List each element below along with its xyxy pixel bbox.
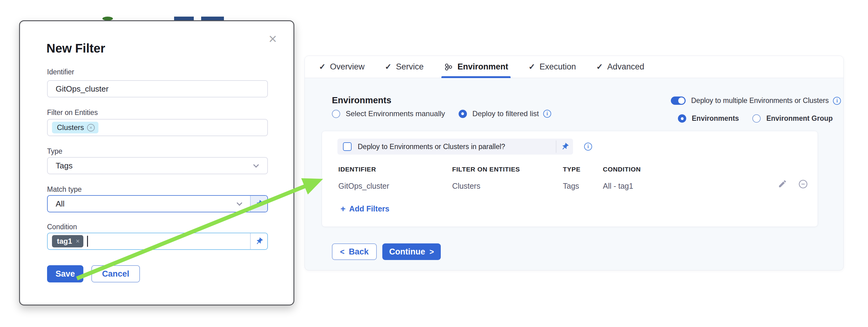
tab-execution[interactable]: ✓ Execution (528, 56, 576, 78)
radio-label-filtered[interactable]: Deploy to filtered list (472, 109, 539, 118)
filters-card: Deploy to Environments or Clusters in pa… (322, 131, 818, 227)
condition-chip: tag1 × (52, 235, 83, 248)
identifier-input[interactable]: GitOps_cluster (47, 80, 268, 97)
pin-icon (255, 200, 263, 208)
row-identifier: GitOps_cluster (338, 182, 389, 191)
continue-label: Continue (389, 247, 425, 257)
chevron-down-icon (237, 200, 242, 206)
col-type: TYPE (563, 166, 581, 173)
entities-chip-label: Clusters (57, 123, 84, 132)
chip-remove-icon[interactable]: × (87, 124, 95, 132)
back-label: Back (349, 247, 369, 257)
col-condition: CONDITION (603, 166, 641, 173)
text-cursor (87, 236, 88, 247)
tab-label: Environment (457, 62, 508, 72)
match-type-select[interactable]: All (47, 195, 268, 212)
match-type-value: All (56, 199, 65, 209)
col-filter-on-entities: FILTER ON ENTITIES (452, 166, 520, 173)
info-icon[interactable]: i (833, 97, 841, 105)
entities-input[interactable]: Clusters × (47, 119, 268, 136)
type-value: Tags (56, 161, 72, 170)
condition-chip-label: tag1 (57, 237, 72, 246)
info-icon[interactable]: i (543, 110, 551, 118)
match-type-pin-button[interactable] (250, 196, 267, 212)
check-icon: ✓ (319, 62, 326, 72)
chevron-left-icon: < (340, 248, 344, 256)
radio-deploy-filtered[interactable] (459, 110, 467, 118)
screenshot-stage: × New Filter Identifier GitOps_cluster F… (0, 0, 868, 327)
row-condition: All - tag1 (603, 182, 633, 191)
parallel-checkbox[interactable] (343, 142, 351, 151)
type-select[interactable]: Tags (47, 157, 268, 174)
col-identifier: IDENTIFIER (338, 166, 376, 173)
condition-input[interactable]: tag1 × (47, 233, 268, 250)
multi-deploy-toggle-label[interactable]: Deploy to multiple Environments or Clust… (691, 97, 829, 105)
save-button[interactable]: Save (47, 265, 83, 283)
continue-button[interactable]: Continue > (382, 243, 441, 260)
pin-icon (255, 237, 263, 246)
target-radio-group: Environments Environment Group (678, 114, 833, 123)
condition-label: Condition (47, 223, 77, 231)
add-filters-button[interactable]: + Add Filters (341, 204, 390, 213)
deploy-mode-radio-group: Select Environments manually Deploy to f… (332, 109, 551, 118)
tab-label: Advanced (607, 62, 644, 72)
check-icon: ✓ (385, 62, 392, 72)
tab-service[interactable]: ✓ Service (385, 56, 424, 78)
tab-overview[interactable]: ✓ Overview (319, 56, 365, 78)
type-label: Type (47, 147, 62, 156)
tab-environment[interactable]: Environment (444, 56, 508, 78)
tab-label: Service (396, 62, 424, 72)
radio-environments[interactable] (678, 114, 686, 123)
pin-icon (561, 142, 569, 151)
multi-deploy-toggle[interactable] (671, 97, 686, 105)
tab-label: Overview (330, 62, 365, 72)
plus-icon: + (341, 205, 345, 213)
chevron-down-icon (253, 162, 259, 167)
back-button[interactable]: < Back (332, 243, 377, 260)
remove-minus-icon[interactable] (798, 179, 808, 190)
radio-label-environments[interactable]: Environments (692, 114, 739, 123)
stage-tabbar: ✓ Overview ✓ Service Environment (305, 56, 843, 78)
parallel-checkbox-label[interactable]: Deploy to Environments or Clusters in pa… (358, 142, 556, 151)
tab-label: Execution (539, 62, 576, 72)
radio-label-manual[interactable]: Select Environments manually (346, 109, 445, 118)
check-icon: ✓ (596, 62, 603, 72)
multi-deploy-toggle-row: Deploy to multiple Environments or Clust… (671, 97, 841, 105)
chevron-right-icon: > (429, 248, 434, 256)
tab-advanced[interactable]: ✓ Advanced (596, 56, 644, 78)
entities-label: Filter on Entities (47, 108, 98, 117)
close-icon[interactable]: × (269, 32, 277, 46)
chip-remove-icon[interactable]: × (76, 237, 80, 245)
parallel-pin-button[interactable] (556, 142, 573, 151)
parallel-deploy-bar: Deploy to Environments or Clusters in pa… (337, 139, 573, 155)
edit-pencil-icon[interactable] (778, 179, 787, 190)
new-filter-modal: × New Filter Identifier GitOps_cluster F… (19, 20, 294, 305)
add-filters-label: Add Filters (349, 204, 390, 213)
identifier-label: Identifier (47, 68, 74, 76)
radio-environment-group[interactable] (752, 114, 761, 123)
info-icon[interactable]: i (584, 142, 592, 151)
environment-icon (444, 62, 453, 72)
row-filter-on-entities: Clusters (452, 182, 480, 191)
pipeline-stage-panel: ✓ Overview ✓ Service Environment (305, 56, 844, 270)
condition-pin-button[interactable] (250, 233, 267, 249)
check-icon: ✓ (528, 62, 535, 72)
cancel-button[interactable]: Cancel (91, 265, 140, 283)
match-type-label: Match type (47, 185, 82, 194)
radio-select-manually[interactable] (332, 110, 340, 118)
entities-chip: Clusters × (52, 122, 98, 133)
environment-tab-content: Environments Select Environments manuall… (305, 78, 843, 270)
radio-label-environment-group[interactable]: Environment Group (766, 114, 833, 123)
row-type: Tags (563, 182, 579, 191)
environments-heading: Environments (332, 95, 391, 105)
identifier-value: GitOps_cluster (56, 84, 108, 94)
modal-title: New Filter (46, 41, 105, 55)
